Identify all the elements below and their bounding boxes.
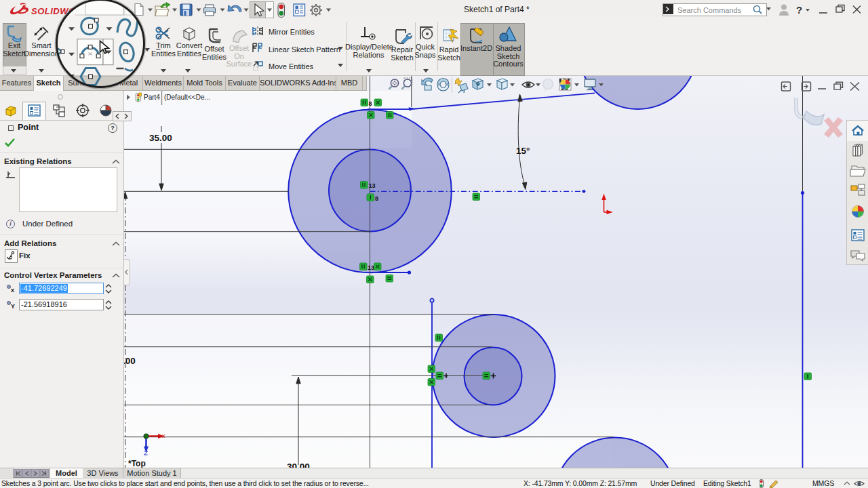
svg-text:13: 13 — [369, 182, 376, 189]
svg-text:x: x — [11, 287, 14, 293]
svg-text:8: 8 — [369, 100, 372, 107]
svg-text:*Top: *Top — [128, 459, 146, 468]
svg-text:35.00: 35.00 — [149, 133, 172, 143]
svg-text:.00: .00 — [123, 356, 136, 366]
svg-text:?: ? — [796, 4, 802, 16]
svg-text:Part4: Part4 — [144, 94, 160, 101]
svg-text:13: 13 — [368, 264, 374, 271]
svg-text:(Default<<De...: (Default<<De... — [164, 94, 210, 101]
svg-text:x: x — [162, 432, 165, 439]
svg-text:S: S — [66, 78, 73, 88]
svg-text:15°: 15° — [516, 146, 530, 156]
svg-text:Y: Y — [11, 303, 15, 309]
svg-text:8: 8 — [375, 195, 378, 202]
